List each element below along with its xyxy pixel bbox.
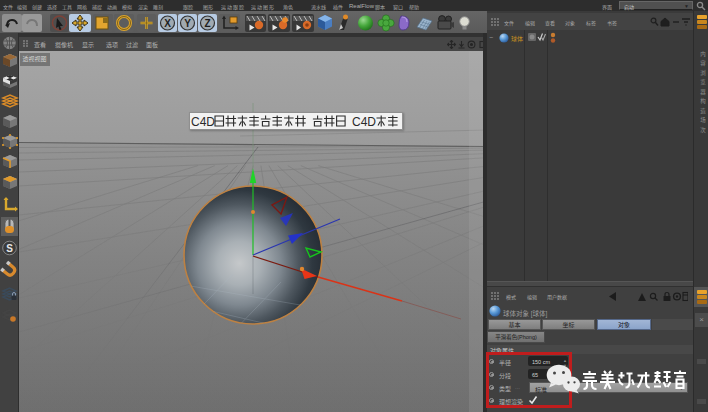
svg-text:C4D: C4D [191,115,215,129]
svg-text:Z: Z [204,18,210,29]
svg-text:C4D: C4D [352,115,376,129]
svg-text:Y: Y [184,18,191,29]
svg-text:X: X [164,18,171,29]
svg-text:S: S [6,243,13,254]
